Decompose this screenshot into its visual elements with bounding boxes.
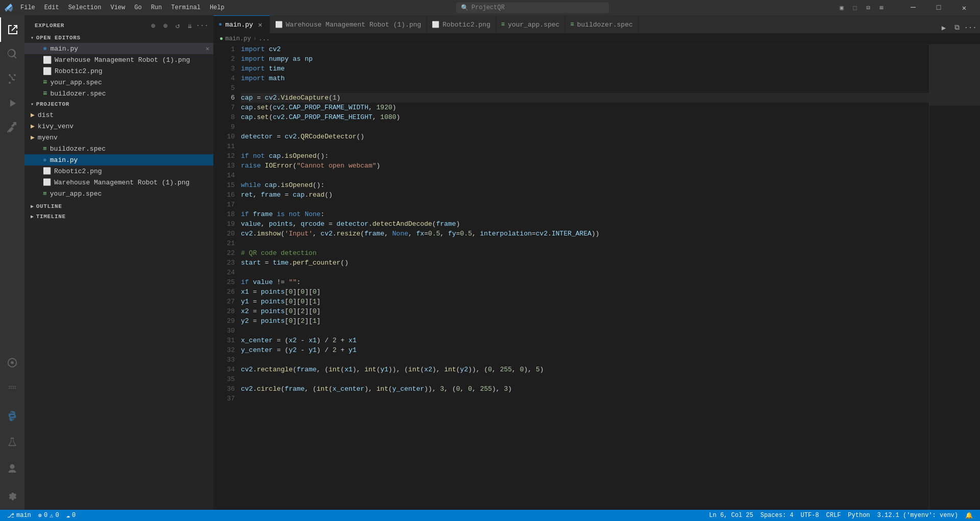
tab-spec-icon2: ≡ [570,21,574,28]
status-remote[interactable]: ☁ 0 [63,510,79,521]
line-number: 20 [222,229,235,239]
line-number: 26 [222,287,235,297]
minimize-button[interactable]: ─ [901,0,925,15]
code-line: y2 = points[0][2][1] [241,316,929,326]
status-cursor[interactable]: Ln 6, Col 25 [706,510,756,521]
layout-sidebar-btn[interactable]: ▣ [836,2,847,13]
line-number: 34 [222,365,235,374]
file-your-app-spec[interactable]: ≡ your_app.spec [24,188,213,199]
status-notification[interactable]: 🔔 [962,510,976,521]
layout-custom-btn[interactable]: ⊞ [876,2,887,13]
line-number: 37 [222,394,235,404]
open-editor-warehouse[interactable]: ⬜ Warehouse Management Robot (1).png [24,54,213,65]
source-control-activity-icon[interactable] [0,66,24,91]
run-file-btn[interactable]: ▶ [938,22,949,33]
tab-main-py[interactable]: ● main.py ✕ [213,15,270,33]
extensions-activity-icon[interactable] [0,115,24,140]
split-editor-btn[interactable]: ⧉ [951,22,963,33]
open-editor-name: Robotic2.png [55,67,103,75]
tab-close-main-py[interactable]: ✕ [256,20,264,29]
new-folder-btn[interactable]: ⊕ [160,20,170,31]
open-editor-buildozer[interactable]: ≡ buildozer.spec [24,88,213,99]
explorer-icon[interactable] [0,17,24,42]
outline-section[interactable]: ▶ OUTLINE [24,201,213,211]
line-number: 12 [222,151,235,161]
folder-myenv[interactable]: ▶ myenv [24,132,213,143]
menu-terminal[interactable]: Terminal [167,3,205,12]
open-editor-main-py[interactable]: ● main.py ✕ [24,43,213,54]
status-spaces[interactable]: Spaces: 4 [757,510,797,521]
close-button[interactable]: ✕ [952,0,976,15]
run-debug-activity-icon[interactable] [0,91,24,115]
timeline-section[interactable]: ▶ TIMELINE [24,211,213,222]
tab-robotic2-png[interactable]: ⬜ Robotic2.png [427,15,496,33]
menu-view[interactable]: View [106,3,129,12]
settings-activity-icon[interactable] [0,483,24,508]
menu-go[interactable]: Go [130,3,145,12]
line-number: 5 [222,83,235,93]
tab-warehouse-png[interactable]: ⬜ Warehouse Management Robot (1).png [270,15,427,33]
breadcrumb-main-py[interactable]: main.py [225,35,251,42]
menu-help[interactable]: Help [206,3,229,12]
search-bar[interactable]: 🔍 ProjectQR [456,3,609,13]
line-number: 11 [222,141,235,151]
projector-section[interactable]: ▾ PROJECTOR [24,99,213,109]
status-language[interactable]: Python [845,510,873,521]
remote-activity-icon[interactable] [0,350,24,375]
python-activity-icon[interactable] [0,404,24,428]
accounts-activity-icon[interactable] [0,457,24,481]
status-line-ending[interactable]: CRLF [823,510,844,521]
status-bar: ⎇ main ⊗ 0 ⚠ 0 ☁ 0 Ln 6, Col 25 Spaces: … [0,510,980,521]
menu-run[interactable]: Run [147,3,166,12]
test-activity-icon[interactable] [0,430,24,455]
folder-dist[interactable]: ▶ dist [24,109,213,121]
file-buildozer-spec[interactable]: ≡ buildozer.spec [24,143,213,154]
open-editor-yourapp[interactable]: ≡ your_app.spec [24,77,213,88]
search-icon: 🔍 [461,4,469,12]
open-editors-section[interactable]: ▾ OPEN EDITORS [24,33,213,43]
open-editor-name: your_app.spec [50,79,102,86]
search-activity-icon[interactable] [0,42,24,66]
tab-your-app-spec[interactable]: ≡ your_app.spec [496,15,566,33]
file-main-py[interactable]: ● main.py [24,154,213,165]
code-editor[interactable]: import cv2import numpy as npimport timei… [239,44,929,510]
code-line: # QR code detection [241,248,929,258]
maximize-button[interactable]: □ [927,0,950,15]
menu-edit[interactable]: Edit [40,3,63,12]
line-ending-label: CRLF [826,512,841,519]
more-btn[interactable]: ··· [197,20,207,31]
error-count: 0 [44,512,47,519]
projector-label: PROJECTOR [36,101,69,107]
folder-kivy-venv[interactable]: ▶ kivy_venv [24,121,213,132]
line-number: 36 [222,384,235,394]
status-branch[interactable]: ⎇ main [4,510,34,521]
folder-name: dist [38,111,54,119]
menu-selection[interactable]: Selection [64,3,106,12]
code-line: x_center = (x2 - x1) / 2 + x1 [241,336,929,345]
code-line: cv2.imshow('Input', cv2.resize(frame, No… [241,229,929,239]
tab-png-icon: ⬜ [275,21,283,29]
status-errors[interactable]: ⊗ 0 ⚠ 0 [35,510,62,521]
code-line: import numpy as np [241,54,929,64]
status-encoding[interactable]: UTF-8 [798,510,822,521]
menu-file[interactable]: File [16,3,39,12]
spec-icon: ≡ [43,78,47,86]
collapse-btn[interactable]: ⇊ [185,20,195,31]
code-line: import math [241,74,929,83]
editor-toolbar-right: ▶ ⧉ ··· [934,22,980,33]
refresh-btn[interactable]: ↺ [173,20,183,31]
tab-buildozer-spec[interactable]: ≡ buildozer.spec [565,15,638,33]
code-line: start = time.perf_counter() [241,258,929,268]
layout-panel-btn[interactable]: ⬚ [849,2,861,13]
line-number: 35 [222,374,235,384]
file-warehouse-png[interactable]: ⬜ Warehouse Management Robot (1).png [24,177,213,188]
open-editor-robotic[interactable]: ⬜ Robotic2.png [24,65,213,77]
docker-activity-icon[interactable] [0,377,24,401]
new-file-btn[interactable]: ⊕ [148,20,158,31]
file-robotic2-png[interactable]: ⬜ Robotic2.png [24,165,213,177]
layout-grid-btn[interactable]: ⊟ [863,2,874,13]
close-icon[interactable]: ✕ [206,45,209,53]
more-actions-btn[interactable]: ··· [965,22,976,33]
status-version[interactable]: 3.12.1 ('myenv': venv) [874,510,961,521]
code-line [241,326,929,336]
